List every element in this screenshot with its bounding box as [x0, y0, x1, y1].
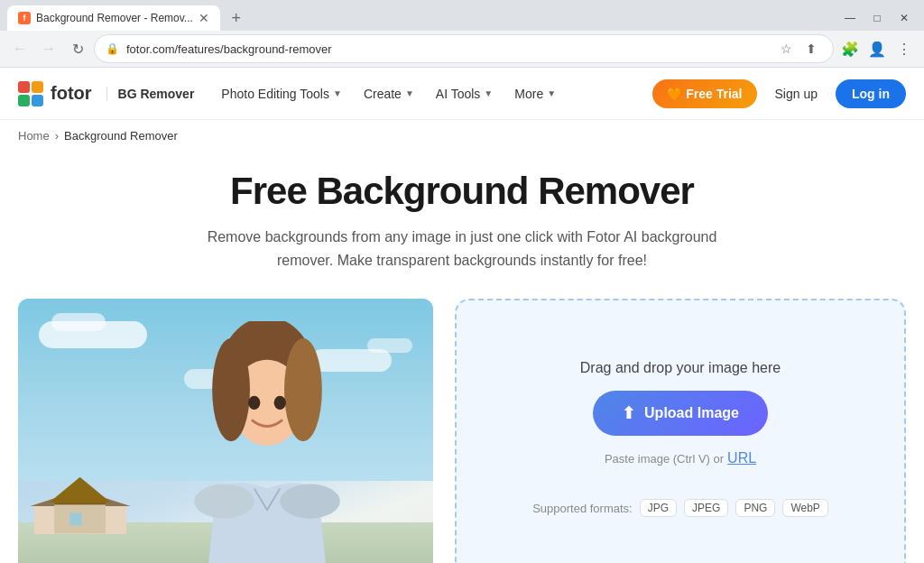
bookmark-icon[interactable]: ☆ [775, 38, 797, 60]
browser-controls: ← → ↻ 🔒 fotor.com/features/background-re… [0, 31, 924, 67]
svg-point-17 [194, 485, 254, 519]
reload-button[interactable]: ↻ [65, 36, 90, 61]
navbar: fotor BG Remover Photo Editing Tools ▼ C… [0, 68, 924, 120]
svg-marker-8 [50, 477, 111, 503]
upload-button-label: Upload Image [644, 405, 739, 421]
extensions-button[interactable]: 🧩 [837, 36, 863, 61]
demo-image [18, 299, 433, 563]
svg-rect-5 [18, 95, 30, 106]
format-webp: WebP [782, 499, 827, 517]
breadcrumb: Home › Background Remover [0, 120, 924, 152]
format-jpg: JPG [640, 499, 677, 517]
fotor-logo-icon [18, 81, 43, 106]
nav-more[interactable]: More ▼ [505, 81, 565, 106]
demo-image-inner [18, 299, 433, 563]
photo-tools-chevron-icon: ▼ [333, 88, 342, 98]
hero-subtitle: Remove backgrounds from any image in jus… [191, 226, 733, 272]
svg-rect-10 [55, 503, 106, 505]
svg-rect-6 [32, 95, 43, 106]
minimize-button[interactable]: — [837, 5, 863, 31]
breadcrumb-home-link[interactable]: Home [18, 129, 50, 143]
format-jpeg: JPEG [684, 499, 728, 517]
person-svg [122, 321, 412, 563]
nav-more-label: More [514, 87, 543, 101]
nav-create-label: Create [364, 87, 402, 101]
free-trial-button[interactable]: 🧡 Free Trial [652, 79, 756, 108]
page-content: fotor BG Remover Photo Editing Tools ▼ C… [0, 68, 924, 563]
nav-actions: 🧡 Free Trial Sign up Log in [652, 79, 906, 108]
url-link[interactable]: URL [727, 450, 756, 466]
bg-remover-badge: BG Remover [106, 87, 206, 101]
ai-tools-chevron-icon: ▼ [484, 88, 493, 98]
house-svg [34, 472, 125, 533]
tab-close-button[interactable]: ✕ [199, 11, 209, 25]
format-png: PNG [735, 499, 775, 517]
nav-photo-editing-tools-label: Photo Editing Tools [221, 87, 329, 101]
fotor-logo-text: fotor [51, 83, 92, 104]
nav-create[interactable]: Create ▼ [355, 81, 423, 106]
address-actions: ☆ ⬆ [775, 38, 822, 60]
upload-icon: ⬆ [622, 403, 635, 423]
lock-icon: 🔒 [106, 42, 119, 55]
browser-menu-buttons: 🧩 👤 ⋮ [837, 36, 917, 61]
svg-point-18 [280, 485, 340, 519]
browser-titlebar: f Background Remover - Remov... ✕ + — □ … [0, 0, 924, 31]
paste-hint: Paste image (Ctrl V) or URL [605, 450, 756, 466]
login-button[interactable]: Log in [836, 79, 906, 108]
profile-button[interactable]: 👤 [864, 36, 890, 61]
tab-favicon: f [18, 12, 31, 24]
create-chevron-icon: ▼ [405, 88, 414, 98]
share-icon[interactable]: ⬆ [800, 38, 822, 60]
cloud-2 [51, 313, 106, 331]
nav-menu: Photo Editing Tools ▼ Create ▼ AI Tools … [212, 81, 645, 106]
nav-photo-editing-tools[interactable]: Photo Editing Tools ▼ [212, 81, 351, 106]
upload-drop-zone[interactable]: Drag and drop your image here ⬆ Upload I… [455, 299, 906, 563]
browser-tab[interactable]: f Background Remover - Remov... ✕ [7, 5, 220, 31]
formats-row: Supported formats: JPG JPEG PNG WebP [532, 499, 828, 517]
address-text: fotor.com/features/background-remover [126, 42, 768, 56]
svg-rect-4 [32, 81, 43, 93]
new-tab-button[interactable]: + [224, 5, 249, 31]
breadcrumb-separator: › [55, 129, 59, 143]
logo-area[interactable]: fotor [18, 81, 92, 106]
demo-person [122, 321, 412, 563]
breadcrumb-current: Background Remover [64, 129, 178, 143]
window-controls: — □ ✕ [837, 5, 917, 31]
more-menu-button[interactable]: ⋮ [892, 36, 917, 61]
nav-ai-tools-label: AI Tools [436, 87, 481, 101]
main-content: Drag and drop your image here ⬆ Upload I… [0, 281, 924, 563]
upload-image-button[interactable]: ⬆ Upload Image [593, 391, 768, 436]
nav-ai-tools[interactable]: AI Tools ▼ [427, 81, 502, 106]
back-button[interactable]: ← [7, 36, 32, 61]
address-bar[interactable]: 🔒 fotor.com/features/background-remover … [94, 34, 834, 63]
svg-point-13 [212, 338, 250, 441]
svg-point-16 [274, 396, 286, 410]
close-button[interactable]: ✕ [892, 5, 917, 31]
svg-rect-3 [18, 81, 30, 93]
hero-title: Free Background Remover [18, 170, 906, 213]
svg-point-14 [284, 338, 322, 441]
more-chevron-icon: ▼ [547, 88, 556, 98]
browser-chrome: f Background Remover - Remov... ✕ + — □ … [0, 0, 924, 68]
formats-label: Supported formats: [532, 502, 633, 515]
svg-rect-9 [70, 513, 83, 526]
drag-drop-text: Drag and drop your image here [580, 360, 781, 376]
tab-title: Background Remover - Remov... [36, 12, 193, 24]
maximize-button[interactable]: □ [864, 5, 890, 31]
svg-point-15 [248, 396, 260, 410]
hero-section: Free Background Remover Remove backgroun… [0, 152, 924, 281]
paste-text: Paste image (Ctrl V) or [605, 452, 724, 466]
demo-house [34, 472, 125, 533]
sign-up-button[interactable]: Sign up [766, 81, 827, 106]
forward-button[interactable]: → [36, 36, 61, 61]
